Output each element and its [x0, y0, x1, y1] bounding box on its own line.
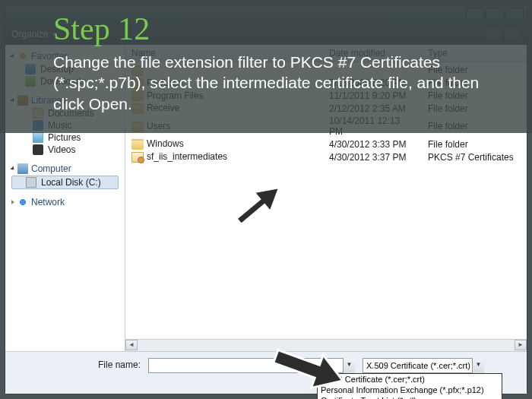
nav-computer[interactable]: Computer	[11, 163, 119, 174]
nav-pictures[interactable]: Pictures	[11, 131, 119, 144]
instruction-overlay: Step 12 Change the file extension filter…	[0, 0, 532, 133]
videos-icon	[33, 144, 43, 155]
step-body: Change the file extension filter to PKCS…	[53, 52, 496, 114]
file-name-label: File name:	[98, 359, 141, 370]
pictures-icon	[33, 132, 43, 143]
file-open-bar: File name: ▼ X.509 Certificate (*.cer;*.…	[5, 351, 527, 394]
disk-icon	[26, 177, 36, 188]
computer-icon	[17, 163, 28, 174]
arrow-to-filter-icon	[268, 334, 351, 399]
file-type-filter[interactable]: X.509 Certificate (*.cer;*.crt)	[363, 358, 484, 373]
certificate-icon	[131, 152, 144, 163]
nav-local-disk[interactable]: Local Disk (C:)	[11, 176, 119, 189]
filter-dropdown-icon[interactable]: ▼	[472, 358, 484, 373]
arrow-to-file-icon	[225, 170, 293, 239]
nav-network[interactable]: Network	[11, 197, 119, 207]
table-row[interactable]: Windows4/30/2012 3:33 PMFile folder	[125, 138, 527, 150]
network-icon	[17, 197, 28, 207]
nav-videos[interactable]: Videos	[11, 144, 119, 156]
scroll-right-icon[interactable]: ►	[515, 340, 527, 350]
folder-icon	[131, 139, 144, 150]
step-title: Step 12	[53, 11, 496, 47]
table-row[interactable]: sf_iis_intermediates4/30/2012 3:37 PMPKC…	[125, 150, 527, 163]
scroll-left-icon[interactable]: ◄	[125, 340, 138, 350]
